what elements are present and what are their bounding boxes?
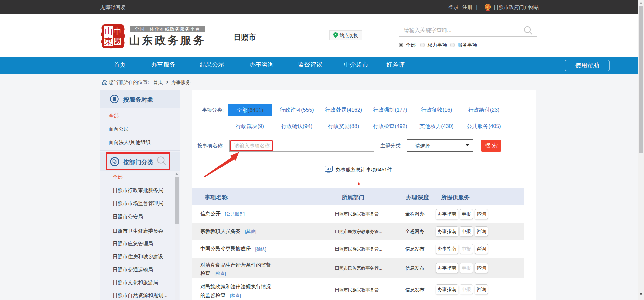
svg-text:山: 山 — [104, 27, 113, 36]
svg-text:東: 東 — [104, 37, 113, 46]
svg-text:中: 中 — [113, 27, 122, 36]
svg-text:國: 國 — [114, 37, 122, 46]
